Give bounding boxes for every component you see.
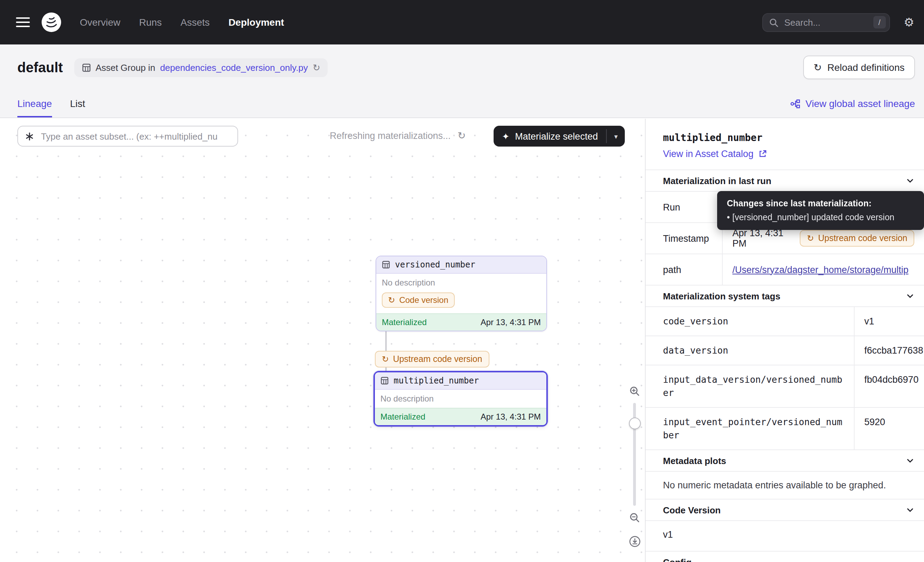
download-image-icon[interactable]: [628, 536, 640, 547]
tooltip-title: Changes since last materialization:: [727, 199, 914, 209]
chevron-down-icon: [906, 506, 914, 514]
asset-node-versioned-number[interactable]: versioned_number No description ↻ Code v…: [376, 255, 547, 331]
search-icon: [769, 18, 778, 27]
code-version-value: v1: [646, 521, 924, 551]
reload-icon: ↻: [814, 63, 822, 72]
tag-key: code_version: [646, 307, 854, 335]
refreshing-label: Refreshing materializations...: [330, 130, 450, 141]
view-global-lineage-link[interactable]: View global asset lineage: [790, 98, 915, 117]
system-tag-row: data_version f6ccba177638: [646, 336, 924, 365]
tooltip-item: [versioned_number] updated code version: [727, 213, 914, 222]
section-heading: Materialization in last run: [663, 176, 771, 186]
materialized-status: Materialized: [382, 317, 427, 327]
zoom-slider[interactable]: [633, 403, 636, 506]
section-materialization-last-run[interactable]: Materialization in last run: [646, 170, 924, 192]
global-lineage-icon: [790, 98, 801, 109]
nav-right: / ⚙: [762, 13, 915, 32]
edge-tag-label: Upstream code version: [393, 354, 482, 364]
upstream-code-version-edge-tag: ↻ Upstream code version: [375, 351, 489, 368]
chevron-down-icon: [906, 176, 914, 185]
main-area: Refreshing materializations... ↻ ✦ Mater…: [0, 119, 924, 562]
asset-group-badge: Asset Group in dependencies_code_version…: [74, 58, 328, 77]
upstream-code-version-tag: ↻ Upstream code version: [800, 230, 914, 246]
path-label: path: [646, 254, 722, 285]
node-description: No description: [375, 390, 546, 408]
reload-definitions-button[interactable]: ↻ Reload definitions: [803, 56, 915, 79]
asset-subset-filter[interactable]: [17, 126, 238, 147]
changes-tooltip: Changes since last materialization: [ver…: [717, 191, 924, 230]
section-heading: Metadata plots: [663, 455, 726, 466]
node-header: multiplied_number: [375, 372, 546, 390]
tag-value: fb04dcb6970: [854, 365, 924, 407]
main-nav: Overview Runs Assets Deployment: [80, 17, 284, 28]
section-heading: Materialization system tags: [663, 291, 780, 301]
section-heading: Code Version: [663, 505, 721, 515]
materialize-selected-button[interactable]: ✦ Materialize selected ▾: [494, 126, 625, 147]
node-description: No description: [376, 274, 546, 292]
section-config[interactable]: Config: [646, 551, 924, 562]
path-row: path /Users/sryza/dagster_home/storage/m…: [646, 254, 924, 286]
reload-definitions-label: Reload definitions: [827, 62, 904, 73]
asset-subset-input[interactable]: [40, 130, 231, 142]
code-version-refresh-icon: ↻: [388, 296, 395, 304]
menu-icon[interactable]: [16, 15, 30, 30]
section-heading: Config: [663, 557, 692, 562]
tab-list[interactable]: List: [70, 98, 86, 117]
code-version-tag: ↻ Code version: [382, 293, 455, 308]
tag-key: input_data_version/versioned_number: [646, 365, 854, 407]
chevron-down-icon: [906, 457, 914, 465]
chevron-down-icon: [906, 292, 914, 300]
node-footer: Materialized Apr 13, 4:31 PM: [375, 408, 546, 425]
asset-node-multiplied-number[interactable]: multiplied_number No description Materia…: [374, 371, 548, 427]
code-version-refresh-icon: ↻: [382, 355, 389, 363]
materialization-path-link[interactable]: /Users/sryza/dagster_home/storage/multip: [732, 264, 908, 275]
timestamp-value: Apr 13, 4:31 PM: [732, 228, 792, 249]
section-metadata-plots[interactable]: Metadata plots: [646, 450, 924, 472]
zoom-out-icon[interactable]: [629, 512, 640, 523]
reload-group-icon[interactable]: ↻: [313, 62, 320, 72]
zoom-controls: [627, 386, 642, 547]
materialized-timestamp: Apr 13, 4:31 PM: [481, 317, 541, 327]
page-header: default Asset Group in dependencies_code…: [0, 45, 924, 118]
refresh-materializations-icon[interactable]: ↻: [458, 130, 465, 141]
run-label: Run: [646, 192, 722, 222]
settings-gear-icon[interactable]: ⚙: [904, 17, 915, 28]
timestamp-label: Timestamp: [646, 223, 722, 254]
search-input[interactable]: [783, 17, 868, 28]
code-version-refresh-icon: ↻: [807, 234, 814, 242]
node-name: multiplied_number: [394, 376, 479, 386]
tag-value: v1: [854, 307, 924, 335]
materialize-label: Materialize selected: [515, 131, 598, 141]
nav-runs[interactable]: Runs: [139, 17, 162, 28]
materialize-dropdown-caret[interactable]: ▾: [607, 126, 625, 147]
node-name: versioned_number: [395, 260, 475, 269]
section-system-tags[interactable]: Materialization system tags: [646, 286, 924, 307]
view-in-asset-catalog-link[interactable]: View in Asset Catalog: [663, 149, 768, 159]
zoom-in-icon[interactable]: [629, 386, 640, 397]
materialized-status: Materialized: [380, 412, 425, 422]
nav-overview[interactable]: Overview: [80, 17, 120, 28]
nav-assets[interactable]: Assets: [180, 17, 210, 28]
system-tag-row: input_data_version/versioned_number fb04…: [646, 365, 924, 408]
asset-group-file-link[interactable]: dependencies_code_version_only.py: [160, 62, 308, 72]
tab-lineage[interactable]: Lineage: [17, 98, 52, 117]
tag-key: data_version: [646, 336, 854, 365]
search-shortcut-hint: /: [873, 16, 886, 29]
zoom-slider-handle[interactable]: [629, 418, 641, 429]
search-box[interactable]: /: [762, 13, 890, 32]
lineage-canvas[interactable]: Refreshing materializations... ↻ ✦ Mater…: [0, 119, 645, 562]
nav-deployment[interactable]: Deployment: [228, 17, 284, 28]
page-title: default: [17, 59, 63, 75]
section-code-version[interactable]: Code Version: [646, 499, 924, 521]
app-root: Overview Runs Assets Deployment / ⚙ defa…: [0, 0, 924, 562]
dagster-logo-icon[interactable]: [41, 12, 62, 33]
materialized-timestamp: Apr 13, 4:31 PM: [481, 412, 541, 422]
node-header: versioned_number: [376, 256, 546, 274]
system-tag-row: code_version v1: [646, 307, 924, 336]
node-footer: Materialized Apr 13, 4:31 PM: [376, 313, 546, 331]
metadata-plots-empty-text: No numeric metadata entries available to…: [646, 472, 924, 499]
panel-asset-title: multiplied_number: [663, 132, 907, 143]
sparkle-icon: ✦: [502, 131, 510, 141]
asset-detail-panel: multiplied_number View in Asset Catalog …: [645, 119, 924, 562]
table-icon: [382, 260, 390, 269]
